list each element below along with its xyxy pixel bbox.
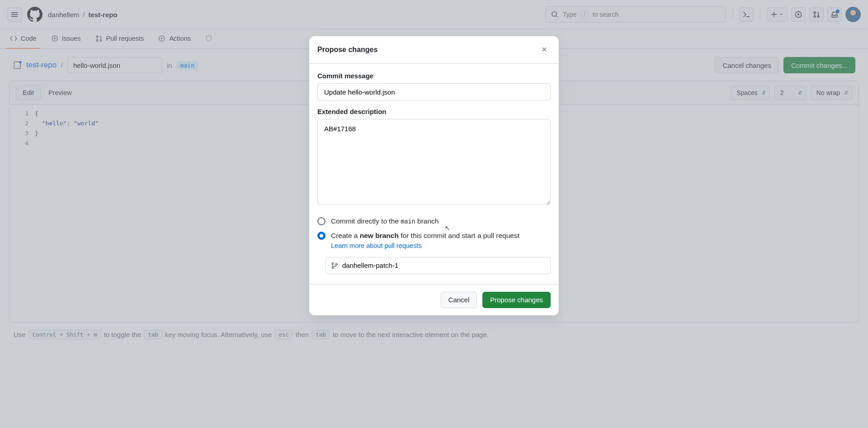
branch-name-input[interactable] [326,257,551,274]
svg-point-15 [335,263,337,265]
radio-label: Create a new branch for this commit and … [331,231,519,251]
extended-description-label: Extended description [317,108,551,115]
propose-changes-button[interactable]: Propose changes [482,292,551,308]
branch-name-field [326,257,551,274]
radio-commit-direct[interactable]: Commit directly to the main branch [317,216,551,226]
modal-cancel-button[interactable]: Cancel [441,292,477,308]
extended-description-input[interactable]: AB#17168 [317,119,551,205]
modal-body: Commit message Extended description AB#1… [309,64,559,284]
radio-icon[interactable] [317,217,326,225]
modal-close-button[interactable] [538,43,551,56]
commit-message-label: Commit message [317,72,551,80]
learn-more-link[interactable]: Learn more about pull requests [331,241,519,250]
modal-footer: Cancel Propose changes [309,284,559,315]
close-icon [541,46,548,53]
radio-icon[interactable] [317,232,326,240]
radio-label: Commit directly to the main branch [331,216,439,226]
svg-point-13 [332,262,334,264]
svg-point-14 [332,266,334,268]
modal-overlay[interactable]: Propose changes Commit message Extended … [0,0,868,347]
radio-new-branch[interactable]: Create a new branch for this commit and … [317,231,551,251]
git-branch-icon [331,262,338,269]
commit-message-input[interactable] [317,83,551,100]
modal-title: Propose changes [317,46,377,54]
propose-changes-dialog: Propose changes Commit message Extended … [309,36,559,315]
modal-header: Propose changes [309,36,559,64]
